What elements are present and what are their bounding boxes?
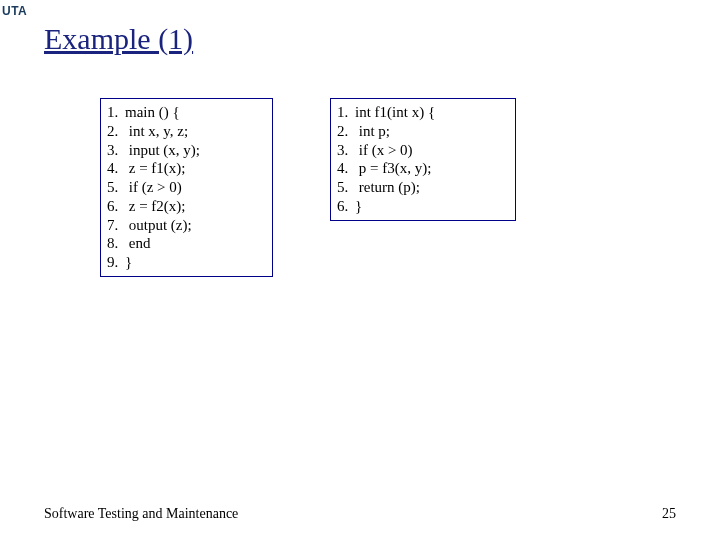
code-line: 4. z = f1(x); (107, 159, 262, 178)
code-line: 5. if (z > 0) (107, 178, 262, 197)
code-line: 3. input (x, y); (107, 141, 262, 160)
code-box-f1: 1.int f1(int x) { 2. int p; 3. if (x > 0… (330, 98, 516, 221)
slide-title: Example (1) (44, 22, 193, 56)
code-line: 1.main () { (107, 103, 262, 122)
code-line: 8. end (107, 234, 262, 253)
code-line: 1.int f1(int x) { (337, 103, 505, 122)
footer-text: Software Testing and Maintenance (44, 506, 238, 522)
code-line: 4. p = f3(x, y); (337, 159, 505, 178)
logo: UTA (2, 4, 27, 18)
code-line: 2. int p; (337, 122, 505, 141)
code-line: 7. output (z); (107, 216, 262, 235)
code-line: 5. return (p); (337, 178, 505, 197)
code-line: 6.} (337, 197, 505, 216)
code-line: 2. int x, y, z; (107, 122, 262, 141)
code-line: 3. if (x > 0) (337, 141, 505, 160)
code-line: 6. z = f2(x); (107, 197, 262, 216)
code-line: 9.} (107, 253, 262, 272)
code-box-main: 1.main () { 2. int x, y, z; 3. input (x,… (100, 98, 273, 277)
slide-number: 25 (662, 506, 676, 522)
